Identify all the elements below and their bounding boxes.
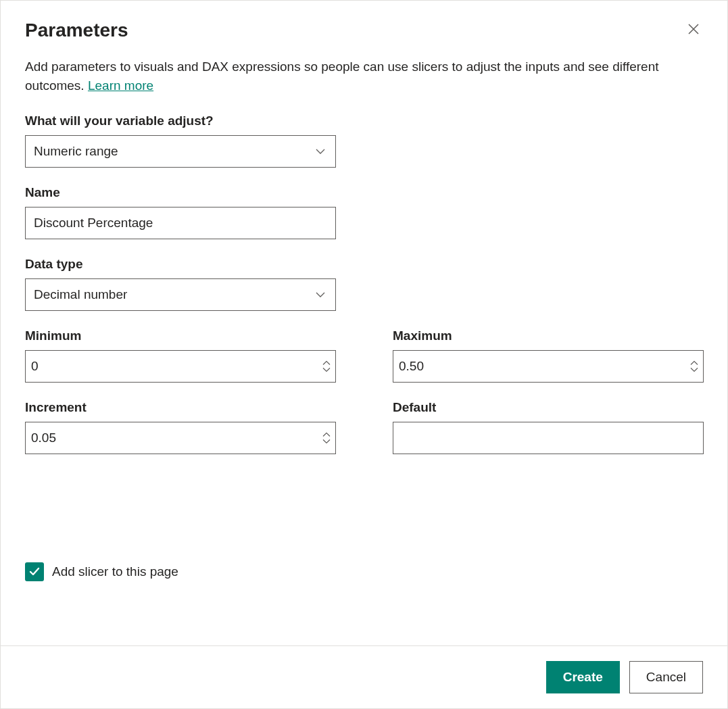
chevron-down-icon: [315, 146, 326, 157]
select-variable-adjust-value: Numeric range: [34, 144, 118, 159]
input-name[interactable]: [25, 207, 336, 239]
dialog-footer: Create Cancel: [1, 645, 727, 708]
row-min-max: Minimum Maximum: [25, 328, 703, 383]
intro-text: Add parameters to visuals and DAX expres…: [25, 57, 674, 95]
stepper-increment: [322, 433, 331, 444]
label-default: Default: [393, 400, 704, 415]
input-maximum[interactable]: [393, 350, 704, 383]
input-minimum[interactable]: [25, 350, 336, 383]
label-minimum: Minimum: [25, 328, 336, 343]
field-increment: Increment: [25, 400, 336, 454]
learn-more-link[interactable]: Learn more: [88, 78, 153, 93]
dialog-body: Add parameters to visuals and DAX expres…: [1, 41, 727, 645]
input-increment[interactable]: [25, 422, 336, 454]
field-maximum: Maximum: [393, 328, 704, 383]
step-down-icon[interactable]: [690, 368, 698, 372]
label-variable-adjust: What will your variable adjust?: [25, 114, 336, 128]
select-variable-adjust[interactable]: Numeric range: [25, 135, 336, 168]
field-name: Name: [25, 185, 336, 239]
step-up-icon[interactable]: [322, 361, 331, 366]
check-icon: [28, 566, 41, 578]
cancel-button[interactable]: Cancel: [629, 661, 703, 693]
dialog-header: Parameters: [1, 1, 727, 41]
parameters-dialog: Parameters Add parameters to visuals and…: [0, 0, 728, 709]
row-increment-default: Increment Default: [25, 400, 703, 454]
label-increment: Increment: [25, 400, 336, 415]
add-slicer-label: Add slicer to this page: [52, 564, 178, 579]
add-slicer-checkbox[interactable]: [25, 562, 44, 581]
input-default[interactable]: [393, 422, 704, 454]
select-data-type-value: Decimal number: [34, 287, 127, 302]
step-down-icon[interactable]: [322, 439, 331, 444]
field-variable-adjust: What will your variable adjust? Numeric …: [25, 114, 336, 168]
close-icon: [687, 22, 700, 36]
step-down-icon[interactable]: [322, 368, 331, 372]
step-up-icon[interactable]: [690, 361, 698, 366]
field-default: Default: [393, 400, 704, 454]
close-button[interactable]: [684, 20, 703, 39]
add-slicer-row: Add slicer to this page: [25, 562, 703, 581]
stepper-minimum: [322, 361, 331, 372]
label-name: Name: [25, 185, 336, 200]
label-maximum: Maximum: [393, 328, 704, 343]
dialog-title: Parameters: [25, 20, 128, 41]
step-up-icon[interactable]: [322, 433, 331, 437]
chevron-down-icon: [315, 289, 326, 300]
stepper-maximum: [690, 361, 698, 372]
field-minimum: Minimum: [25, 328, 336, 383]
label-data-type: Data type: [25, 257, 336, 272]
create-button[interactable]: Create: [546, 661, 620, 693]
field-data-type: Data type Decimal number: [25, 257, 336, 311]
select-data-type[interactable]: Decimal number: [25, 278, 336, 311]
